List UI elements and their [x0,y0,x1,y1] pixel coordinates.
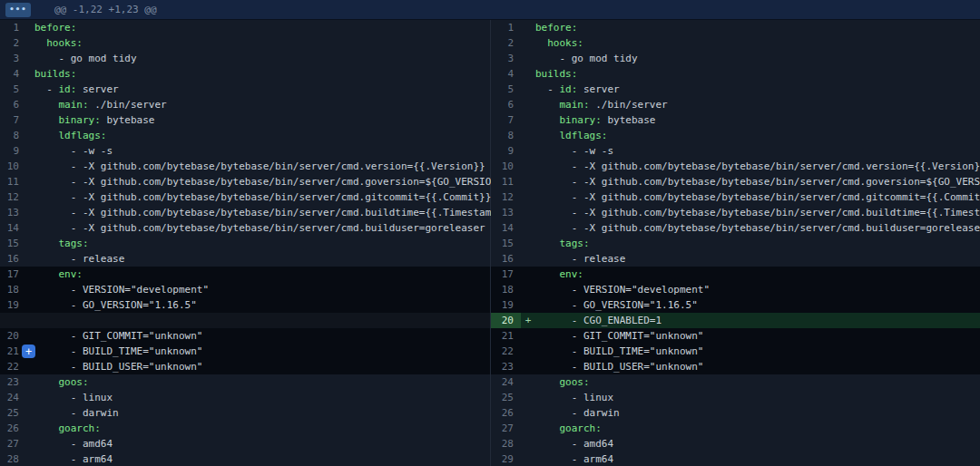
yaml-key: hooks: [547,37,583,49]
diff-row: 10 - -X github.com/bytebase/bytebase/bin… [0,159,490,174]
line-number[interactable]: 1 [491,20,521,35]
line-number[interactable]: 9 [491,143,521,159]
line-number[interactable]: 21 [491,328,521,344]
line-number[interactable]: 9 [0,143,23,159]
code-line: - id: server [535,82,620,97]
line-number[interactable]: 18 [491,282,521,297]
diff-row: 15 tags: [0,236,490,251]
line-number[interactable]: 22 [0,359,23,374]
diff-row: 22 - BUILD_TIME="unknown" [491,344,980,359]
line-number[interactable]: 28 [0,451,23,466]
line-number[interactable]: 5 [491,82,521,97]
line-number[interactable]: 10 [0,159,23,174]
line-number[interactable]: 3 [0,51,23,66]
line-number[interactable]: 16 [491,251,521,267]
diff-row: 25 - darwin [0,405,490,421]
diff-pane-old: 1before:2 hooks:3 - go mod tidy4builds:5… [0,20,490,466]
line-number[interactable]: 7 [491,112,521,128]
line-number[interactable]: 12 [0,189,23,205]
line-number[interactable]: 27 [491,421,521,436]
code-text [34,130,59,141]
diff-marker [23,174,34,189]
diff-marker [23,112,34,128]
line-number[interactable]: 8 [491,128,521,143]
line-number[interactable]: 17 [491,267,521,282]
code-text: - amd64 [535,438,613,450]
line-number[interactable]: 4 [491,66,521,82]
line-number[interactable]: 13 [0,205,23,220]
diff-row: 28 - amd64 [491,436,980,451]
diff-row: 16 - release [491,251,980,267]
expand-hunk-button[interactable]: ••• [5,3,31,17]
code-line: - VERSION="development" [34,282,209,297]
line-number[interactable]: 21 [0,344,23,359]
line-number[interactable]: 1 [0,20,23,35]
line-number[interactable]: 20 [0,328,23,344]
line-number[interactable]: 17 [0,267,23,282]
line-number[interactable]: 2 [491,35,521,51]
added-marker: + [521,313,535,328]
line-number[interactable]: 4 [0,66,23,82]
line-number[interactable]: 16 [0,251,23,267]
line-number[interactable]: 14 [491,220,521,236]
line-number[interactable]: 10 [491,159,521,174]
line-number[interactable]: 14 [0,220,23,236]
code-line: - BUILD_TIME="unknown" [34,344,202,359]
line-number[interactable]: 25 [0,405,23,421]
diff-marker [23,128,34,143]
code-text: - -X github.com/bytebase/bytebase/bin/se… [34,191,491,203]
code-text [34,268,59,280]
line-number[interactable]: 23 [491,359,521,374]
line-number[interactable]: 11 [491,174,521,189]
line-number[interactable]: 18 [0,282,23,297]
line-number[interactable]: 15 [0,236,23,251]
line-number[interactable]: 20 [491,313,521,328]
line-number[interactable]: 6 [491,97,521,112]
line-number[interactable]: 22 [491,344,521,359]
line-number[interactable]: 24 [491,374,521,390]
line-number[interactable]: 3 [491,51,521,66]
line-number[interactable]: 27 [0,436,23,451]
diff-row: 21 - BUILD_TIME="unknown"+ [0,344,490,359]
diff-marker [23,97,34,112]
diff-marker [521,267,535,282]
line-number[interactable]: 23 [0,374,23,390]
line-number[interactable]: 19 [0,297,23,313]
diff-row: 23 goos: [0,374,490,390]
code-line: - -X github.com/bytebase/bytebase/bin/se… [535,174,980,189]
diff-row: 9 - -w -s [491,143,980,159]
diff-marker [521,35,535,51]
code-line: - arm64 [535,451,613,466]
line-number[interactable]: 2 [0,35,23,51]
line-number[interactable]: 11 [0,174,23,189]
line-number[interactable]: 13 [491,205,521,220]
line-number[interactable]: 6 [0,97,23,112]
yaml-key: env: [59,268,83,280]
code-text: - -X github.com/bytebase/bytebase/bin/se… [34,160,485,172]
line-number[interactable]: 26 [0,421,23,436]
line-number[interactable]: 8 [0,128,23,143]
line-number[interactable]: 5 [0,82,23,97]
line-number[interactable]: 19 [491,297,521,313]
line-number[interactable]: 28 [491,436,521,451]
code-line: - linux [34,390,113,405]
line-number[interactable]: 25 [491,390,521,405]
diff-row: 22 - BUILD_USER="unknown" [0,359,490,374]
add-comment-button[interactable]: + [22,345,35,358]
line-number[interactable]: 29 [491,451,521,466]
line-number[interactable]: 7 [0,112,23,128]
diff-marker [521,97,535,112]
line-number[interactable]: 15 [491,236,521,251]
line-number[interactable]: 24 [0,390,23,405]
code-text [34,37,46,49]
diff-row: 3 - go mod tidy [491,51,980,66]
line-number[interactable]: 12 [491,189,521,205]
diff-row: 8 ldflags: [0,128,490,143]
diff-marker [521,421,535,436]
line-number[interactable]: 26 [491,405,521,421]
yaml-key: tags: [59,238,89,249]
code-text: - -X github.com/bytebase/bytebase/bin/se… [535,207,980,218]
code-line: - VERSION="development" [535,282,710,297]
code-text: - BUILD_USER="unknown" [535,361,703,373]
code-line: - BUILD_USER="unknown" [34,359,202,374]
